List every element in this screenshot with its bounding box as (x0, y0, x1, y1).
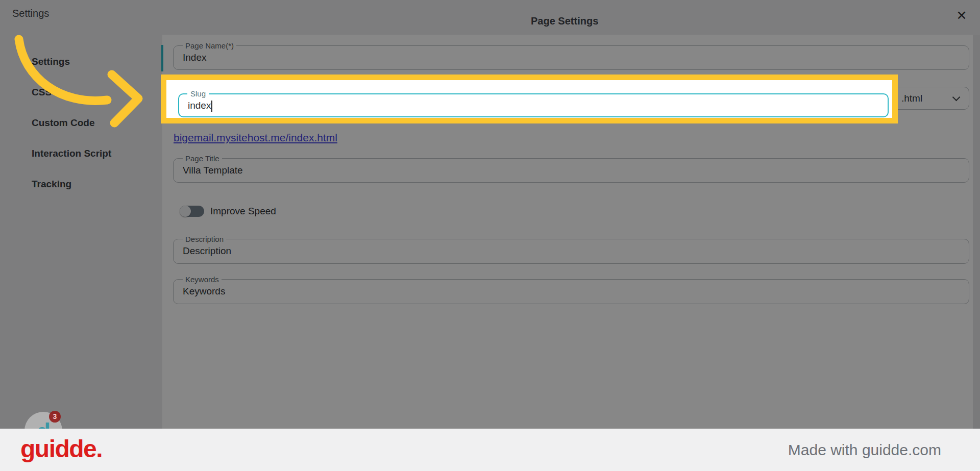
notification-badge: 3 (49, 411, 61, 423)
page-name-value: Index (183, 46, 963, 69)
extension-select[interactable]: .html (891, 87, 969, 110)
focus-accent-bar (161, 45, 163, 71)
page-settings-dialog: Settings Page Settings ✕ Settings CSS Cu… (0, 0, 980, 471)
scrollbar-gutter (973, 35, 980, 429)
sidebar-item-settings[interactable]: Settings (32, 56, 70, 67)
close-button[interactable]: ✕ (952, 6, 971, 24)
keywords-field[interactable]: Keywords Keywords (173, 279, 969, 304)
slug-input[interactable]: Slug index (178, 93, 889, 117)
page-title-heading: Page Settings (531, 15, 598, 27)
text-cursor (211, 101, 212, 112)
description-value: Description (183, 239, 963, 263)
sidebar-item-css[interactable]: CSS (32, 87, 52, 98)
slug-value: index (188, 94, 212, 116)
settings-sidebar: Settings CSS Custom Code Interaction Scr… (0, 35, 162, 429)
guidde-watermark-bar: guidde. Made with guidde.com (0, 429, 980, 471)
page-name-field[interactable]: Page Name(*) Index (173, 45, 969, 70)
keywords-value: Keywords (183, 280, 963, 303)
toggle-thumb (180, 206, 191, 217)
page-preview-link[interactable]: bigemail.mysitehost.me/index.html (174, 132, 337, 144)
window-title: Settings (12, 8, 49, 19)
sidebar-item-custom-code[interactable]: Custom Code (32, 117, 95, 129)
highlight-inner: Slug index (166, 80, 892, 118)
dialog-header: Settings Page Settings ✕ (0, 0, 980, 35)
improve-speed-label: Improve Speed (210, 206, 276, 217)
improve-speed-toggle[interactable] (180, 206, 204, 217)
page-title-field[interactable]: Page Title Villa Template (173, 158, 969, 183)
guidde-logo: guidde. (20, 429, 102, 469)
app-screen: Settings Page Settings ✕ Settings CSS Cu… (0, 0, 980, 471)
sidebar-item-tracking[interactable]: Tracking (32, 179, 71, 190)
sidebar-item-interaction-script[interactable]: Interaction Script (32, 148, 111, 159)
highlight-box: Slug index (161, 75, 898, 123)
page-title-value: Villa Template (183, 159, 963, 182)
description-field[interactable]: Description Description (173, 239, 969, 264)
made-with-guidde-text: Made with guidde.com (788, 429, 941, 471)
